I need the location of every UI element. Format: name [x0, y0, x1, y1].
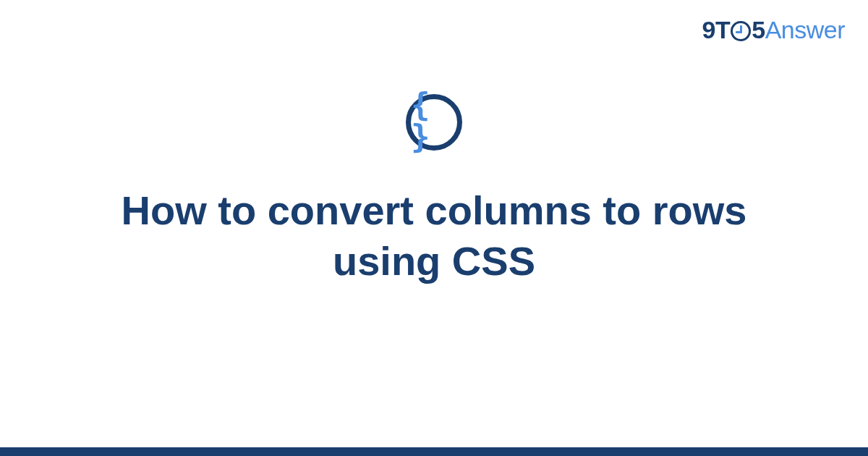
code-braces-icon: { }	[411, 89, 457, 153]
site-logo: 9 T 5 Answer	[702, 16, 846, 44]
footer-bar	[0, 447, 868, 456]
logo-answer: Answer	[765, 16, 845, 44]
logo-nine: 9	[702, 16, 715, 44]
logo-five: 5	[752, 16, 765, 44]
logo-t: T	[715, 16, 730, 44]
topic-badge: { }	[406, 94, 462, 151]
page-title: How to convert columns to rows using CSS	[36, 185, 832, 287]
logo-clock-wrap	[731, 21, 751, 41]
main-content: { } How to convert columns to rows using…	[0, 94, 868, 287]
clock-icon	[731, 21, 751, 41]
